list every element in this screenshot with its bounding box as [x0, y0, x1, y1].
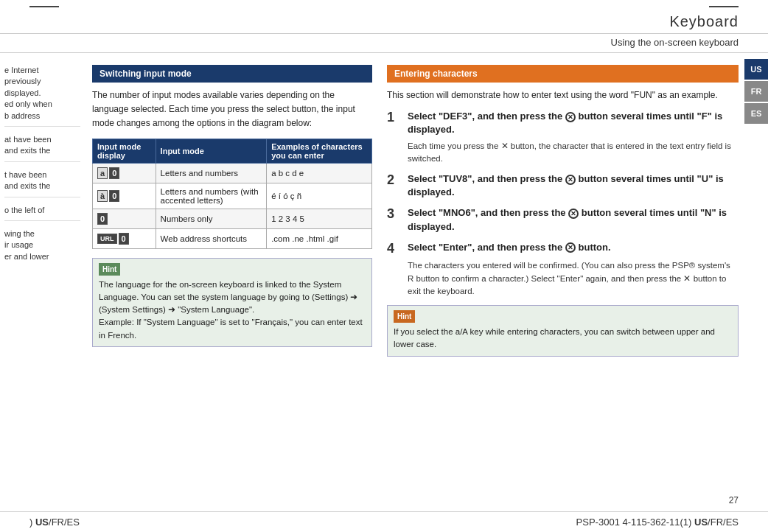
switching-hint-label: Hint: [99, 263, 120, 276]
sidebar-text-1: e Internetpreviouslydisplayed.ed only wh…: [4, 66, 52, 120]
step-4: 4 Select "Enter", and then press the ✕ b…: [387, 241, 739, 298]
sub-title: Using the on-screen keyboard: [611, 37, 739, 48]
table-row: URL 0 Web address shortcuts .com .ne .ht…: [93, 228, 372, 248]
display-cell-2: à 0: [93, 183, 156, 209]
left-column: Switching input mode The number of input…: [92, 65, 372, 363]
step-3: 3 Select "MNO6", and then press the ✕ bu…: [387, 206, 739, 233]
mode-cell-3: Numbers only: [156, 209, 267, 228]
step-1: 1 Select "DEF3", and then press the ✕ bu…: [387, 110, 739, 165]
sidebar-section-4: o the left of: [4, 205, 80, 221]
switching-intro: The number of input modes available vari…: [92, 88, 372, 131]
sidebar-section-5: wing their usageer and lower: [4, 228, 80, 267]
footer-left: ) US/FR/ES: [29, 517, 80, 528]
deco-line-top-left: [29, 6, 59, 7]
top-header: Keyboard: [0, 0, 768, 34]
examples-cell-1: a b c d e: [267, 163, 372, 183]
lang-tab-us[interactable]: US: [744, 59, 768, 80]
table-row: 0 Numbers only 1 2 3 4 5: [93, 209, 372, 228]
step-4-number: 4: [387, 241, 402, 257]
table-row: a 0 Letters and numbers a b c d e: [93, 163, 372, 183]
lang-tab-es[interactable]: ES: [744, 103, 768, 124]
switching-hint-text: The language for the on-screen keyboard …: [99, 279, 366, 342]
step-1-header: 1 Select "DEF3", and then press the ✕ bu…: [387, 110, 739, 136]
mode-cell-2: Letters and numbers (with accented lette…: [156, 183, 267, 209]
sidebar-text-4: o the left of: [4, 206, 44, 214]
btn-x-icon-3: ✕: [568, 209, 579, 219]
step-2: 2 Select "TUV8", and then press the ✕ bu…: [387, 172, 739, 199]
footer-right: PSP-3001 4-115-362-11(1) US/FR/ES: [576, 517, 739, 528]
btn-x-icon-2: ✕: [565, 175, 576, 185]
display-cell-3: 0: [93, 209, 156, 228]
col-header-examples: Examples of characters you can enter: [267, 139, 372, 163]
entering-hint-box: Hint If you select the a/A key while ent…: [387, 305, 739, 357]
entering-hint-label: Hint: [394, 310, 415, 323]
main-content: e Internetpreviouslydisplayed.ed only wh…: [0, 59, 768, 368]
page-wrapper: Keyboard Using the on-screen keyboard e …: [0, 0, 768, 532]
step-2-title: Select "TUV8", and then press the ✕ butt…: [408, 172, 739, 199]
steps-container: 1 Select "DEF3", and then press the ✕ bu…: [387, 110, 739, 298]
sidebar-section-1: e Internetpreviouslydisplayed.ed only wh…: [4, 65, 80, 127]
mode-icon-4: URL 0: [97, 233, 129, 245]
sidebar-text-5: wing their usageer and lower: [4, 229, 49, 261]
content-area: Switching input mode The number of input…: [85, 59, 768, 368]
btn-x-icon-4: ✕: [565, 242, 576, 253]
btn-x-icon-1: ✕: [565, 112, 576, 122]
sidebar-section-3: t have beenand exits the: [4, 169, 80, 197]
entering-hint-text: If you select the a/A key while entering…: [394, 326, 732, 351]
switching-hint-box: Hint The language for the on-screen keyb…: [92, 258, 372, 347]
lang-tabs: US FR ES: [744, 59, 768, 125]
step-1-body: Each time you press the ✕ button, the ch…: [408, 140, 739, 166]
lang-tab-fr[interactable]: FR: [744, 81, 768, 102]
step-1-number: 1: [387, 110, 402, 136]
step-3-number: 3: [387, 206, 402, 233]
step-2-header: 2 Select "TUV8", and then press the ✕ bu…: [387, 172, 739, 199]
deco-line-top-right: [709, 6, 739, 7]
display-cell-1: a 0: [93, 163, 156, 183]
sidebar-section-2: at have beenand exits the: [4, 134, 80, 162]
examples-cell-4: .com .ne .html .gif: [267, 228, 372, 248]
mode-icon-3: 0: [97, 213, 108, 225]
step-3-header: 3 Select "MNO6", and then press the ✕ bu…: [387, 206, 739, 233]
step-4-body: The characters you entered will be confi…: [408, 259, 739, 298]
table-row: à 0 Letters and numbers (with accented l…: [93, 183, 372, 209]
entering-intro: This section will demonstrate how to ent…: [387, 88, 739, 102]
col-header-mode: Input mode: [156, 139, 267, 163]
step-2-number: 2: [387, 172, 402, 199]
step-4-title: Select "Enter", and then press the ✕ but…: [408, 241, 611, 257]
page-number: 27: [729, 495, 739, 505]
entering-section-header: Entering characters: [387, 65, 739, 83]
display-cell-4: URL 0: [93, 228, 156, 248]
mode-icon-2: à 0: [97, 190, 119, 202]
input-mode-table: Input mode display Input mode Examples o…: [92, 139, 372, 249]
mode-icon-1: a 0: [97, 167, 119, 179]
mode-cell-1: Letters and numbers: [156, 163, 267, 183]
switching-section-header: Switching input mode: [92, 65, 372, 83]
sidebar-text-2: at have beenand exits the: [4, 135, 52, 155]
examples-cell-2: é í ó ç ñ: [267, 183, 372, 209]
step-3-title: Select "MNO6", and then press the ✕ butt…: [408, 206, 739, 233]
mode-cell-4: Web address shortcuts: [156, 228, 267, 248]
right-column: Entering characters This section will de…: [387, 65, 739, 363]
page-title: Keyboard: [669, 13, 739, 30]
step-1-title: Select "DEF3", and then press the ✕ butt…: [408, 110, 739, 136]
sidebar-text-3: t have beenand exits the: [4, 170, 50, 190]
footer: ) US/FR/ES PSP-3001 4-115-362-11(1) US/F…: [0, 511, 768, 532]
left-sidebar: e Internetpreviouslydisplayed.ed only wh…: [0, 59, 85, 368]
step-4-header: 4 Select "Enter", and then press the ✕ b…: [387, 241, 739, 257]
col-header-display: Input mode display: [93, 139, 156, 163]
sub-header: Using the on-screen keyboard: [0, 34, 768, 53]
examples-cell-3: 1 2 3 4 5: [267, 209, 372, 228]
